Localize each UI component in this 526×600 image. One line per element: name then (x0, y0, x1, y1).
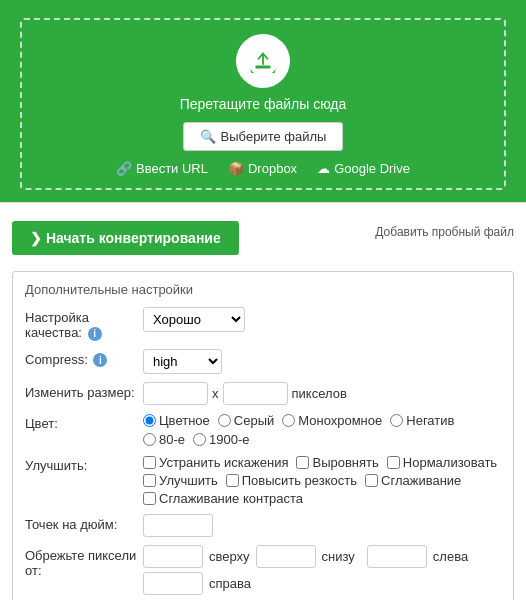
dpi-input[interactable] (143, 514, 213, 537)
enhance-normalize-checkbox[interactable] (387, 456, 400, 469)
dropbox-link[interactable]: 📦 Dropbox (228, 161, 297, 176)
dpi-label: Точек на дюйм: (25, 514, 143, 532)
additional-settings-title: Дополнительные настройки (25, 282, 501, 297)
quality-control: Хорошо Лучше Наилучшее (143, 307, 501, 332)
crop-row: Обрежьте пиксели от: сверху снизу слева … (25, 545, 501, 595)
resize-width-input[interactable] (143, 382, 208, 405)
enhance-improve[interactable]: Улучшить (143, 473, 218, 488)
drive-icon: ☁ (317, 161, 330, 176)
quality-select[interactable]: Хорошо Лучше Наилучшее (143, 307, 245, 332)
quality-label: Настройка качества: i (25, 307, 143, 341)
color-option-negative[interactable]: Негатив (390, 413, 454, 428)
convert-row: ❯ Начать конвертирование Добавить пробны… (12, 213, 514, 263)
color-option-color[interactable]: Цветное (143, 413, 210, 428)
enhance-align-checkbox[interactable] (296, 456, 309, 469)
color-radio-color[interactable] (143, 414, 156, 427)
color-radio-1900s[interactable] (193, 433, 206, 446)
color-label: Цвет: (25, 413, 143, 431)
enhance-control: Устранить искажения Выровнять Нормализов… (143, 455, 501, 506)
compress-select[interactable]: high medium low (143, 349, 222, 374)
enhance-improve-checkbox[interactable] (143, 474, 156, 487)
color-radio-gray[interactable] (218, 414, 231, 427)
crop-left-input[interactable] (367, 545, 427, 568)
crop-left-label: слева (433, 549, 468, 564)
dpi-control (143, 514, 501, 537)
crop-right-label: справа (209, 576, 251, 591)
resize-row: Изменить размер: x пикселов (25, 382, 501, 405)
upload-links: 🔗 Ввести URL 📦 Dropbox ☁ Google Drive (42, 161, 484, 176)
quality-row: Настройка качества: i Хорошо Лучше Наилу… (25, 307, 501, 341)
enhance-align[interactable]: Выровнять (296, 455, 378, 470)
additional-settings-section: Дополнительные настройки Настройка качес… (12, 271, 514, 600)
upload-area: Перетащите файлы сюда 🔍 Выберите файлы 🔗… (0, 0, 526, 203)
add-sample-text: Добавить пробный файл (375, 225, 514, 239)
enhance-smooth-contrast-checkbox[interactable] (143, 492, 156, 505)
main-content: ❯ Начать конвертирование Добавить пробны… (0, 203, 526, 600)
color-option-mono[interactable]: Монохромное (282, 413, 382, 428)
color-option-1900s[interactable]: 1900-е (193, 432, 249, 447)
crop-top-label: сверху (209, 549, 250, 564)
enhance-row: Улучшить: Устранить искажения Выровнять … (25, 455, 501, 506)
upload-icon (236, 34, 290, 88)
color-control: Цветное Серый Монохромное Негатив (143, 413, 501, 447)
compress-label: Compress: i (25, 349, 143, 368)
url-link[interactable]: 🔗 Ввести URL (116, 161, 208, 176)
compress-row: Compress: i high medium low (25, 349, 501, 374)
svg-rect-5 (256, 66, 271, 69)
resize-control: x пикселов (143, 382, 501, 405)
crop-right-input[interactable] (143, 572, 203, 595)
enhance-smooth-checkbox[interactable] (365, 474, 378, 487)
color-option-80s[interactable]: 80-е (143, 432, 185, 447)
enhance-normalize[interactable]: Нормализовать (387, 455, 497, 470)
compress-info-icon[interactable]: i (93, 353, 107, 367)
color-radio-negative[interactable] (390, 414, 403, 427)
resize-height-input[interactable] (223, 382, 288, 405)
crop-top-input[interactable] (143, 545, 203, 568)
enhance-distortion[interactable]: Устранить искажения (143, 455, 288, 470)
compress-control: high medium low (143, 349, 501, 374)
resize-label: Изменить размер: (25, 382, 143, 400)
enhance-sharpen-checkbox[interactable] (226, 474, 239, 487)
quality-info-icon[interactable]: i (88, 327, 102, 341)
enhance-label: Улучшить: (25, 455, 143, 473)
drag-drop-text: Перетащите файлы сюда (42, 96, 484, 112)
crop-bottom-input[interactable] (256, 545, 316, 568)
choose-files-button[interactable]: 🔍 Выберите файлы (183, 122, 344, 151)
start-convert-button-top[interactable]: ❯ Начать конвертирование (12, 221, 239, 255)
enhance-distortion-checkbox[interactable] (143, 456, 156, 469)
crop-bottom-label: снизу (322, 549, 355, 564)
color-option-gray[interactable]: Серый (218, 413, 274, 428)
color-radio-mono[interactable] (282, 414, 295, 427)
color-radio-80s[interactable] (143, 433, 156, 446)
search-icon: 🔍 (200, 129, 216, 144)
enhance-smooth[interactable]: Сглаживание (365, 473, 461, 488)
dpi-row: Точек на дюйм: (25, 514, 501, 537)
crop-label: Обрежьте пиксели от: (25, 545, 143, 578)
color-row: Цвет: Цветное Серый Монохромное (25, 413, 501, 447)
enhance-smooth-contrast[interactable]: Сглаживание контраста (143, 491, 303, 506)
resize-x-separator: x (212, 386, 219, 401)
enhance-sharpen[interactable]: Повысить резкость (226, 473, 357, 488)
crop-control: сверху снизу слева справа (143, 545, 501, 595)
drive-link[interactable]: ☁ Google Drive (317, 161, 410, 176)
dropbox-icon: 📦 (228, 161, 244, 176)
drop-zone[interactable]: Перетащите файлы сюда 🔍 Выберите файлы 🔗… (20, 18, 506, 190)
link-icon: 🔗 (116, 161, 132, 176)
resize-unit-label: пикселов (292, 386, 347, 401)
